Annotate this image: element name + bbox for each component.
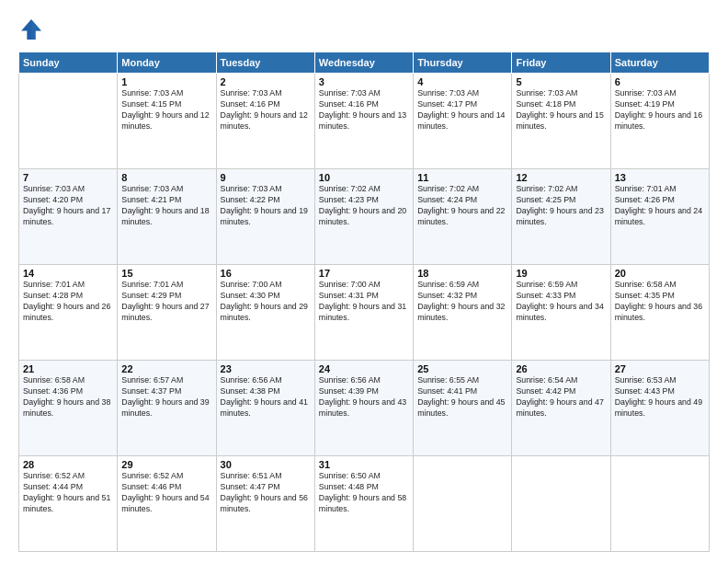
day-cell: 27 Sunrise: 6:53 AMSunset: 4:43 PMDaylig… bbox=[610, 361, 709, 456]
day-number: 4 bbox=[417, 76, 507, 87]
day-cell: 6 Sunrise: 7:03 AMSunset: 4:19 PMDayligh… bbox=[610, 74, 709, 169]
week-row-4: 21 Sunrise: 6:58 AMSunset: 4:36 PMDaylig… bbox=[19, 361, 710, 456]
day-cell: 20 Sunrise: 6:58 AMSunset: 4:35 PMDaylig… bbox=[610, 265, 709, 361]
day-number: 13 bbox=[615, 172, 705, 183]
day-cell: 18 Sunrise: 6:59 AMSunset: 4:32 PMDaylig… bbox=[414, 265, 512, 361]
day-cell: 5 Sunrise: 7:03 AMSunset: 4:18 PMDayligh… bbox=[512, 74, 610, 169]
day-number: 6 bbox=[615, 76, 705, 87]
day-cell: 15 Sunrise: 7:01 AMSunset: 4:29 PMDaylig… bbox=[118, 265, 216, 361]
week-row-1: 1 Sunrise: 7:03 AMSunset: 4:15 PMDayligh… bbox=[19, 74, 710, 169]
day-info: Sunrise: 7:03 AMSunset: 4:16 PMDaylight:… bbox=[319, 88, 409, 132]
day-cell: 10 Sunrise: 7:02 AMSunset: 4:23 PMDaylig… bbox=[314, 169, 413, 265]
day-number: 12 bbox=[516, 172, 606, 183]
col-friday: Friday bbox=[512, 52, 610, 74]
day-number: 15 bbox=[121, 268, 211, 279]
calendar-table: Sunday Monday Tuesday Wednesday Thursday… bbox=[18, 52, 710, 552]
day-cell bbox=[610, 456, 709, 552]
day-cell: 23 Sunrise: 6:56 AMSunset: 4:38 PMDaylig… bbox=[216, 361, 314, 456]
day-number: 29 bbox=[121, 459, 211, 470]
day-cell: 1 Sunrise: 7:03 AMSunset: 4:15 PMDayligh… bbox=[118, 74, 216, 169]
day-number: 25 bbox=[417, 363, 507, 374]
day-cell: 21 Sunrise: 6:58 AMSunset: 4:36 PMDaylig… bbox=[19, 361, 118, 456]
week-row-3: 14 Sunrise: 7:01 AMSunset: 4:28 PMDaylig… bbox=[19, 265, 710, 361]
day-cell: 8 Sunrise: 7:03 AMSunset: 4:21 PMDayligh… bbox=[118, 169, 216, 265]
day-cell: 31 Sunrise: 6:50 AMSunset: 4:48 PMDaylig… bbox=[314, 456, 413, 552]
day-info: Sunrise: 6:52 AMSunset: 4:44 PMDaylight:… bbox=[23, 471, 113, 515]
day-cell: 13 Sunrise: 7:01 AMSunset: 4:26 PMDaylig… bbox=[610, 169, 709, 265]
header-row: Sunday Monday Tuesday Wednesday Thursday… bbox=[19, 52, 710, 74]
day-info: Sunrise: 7:03 AMSunset: 4:16 PMDaylight:… bbox=[221, 88, 311, 132]
day-cell: 4 Sunrise: 7:03 AMSunset: 4:17 PMDayligh… bbox=[414, 74, 512, 169]
day-info: Sunrise: 6:56 AMSunset: 4:39 PMDaylight:… bbox=[319, 375, 409, 419]
col-thursday: Thursday bbox=[414, 52, 512, 74]
day-cell: 22 Sunrise: 6:57 AMSunset: 4:37 PMDaylig… bbox=[118, 361, 216, 456]
day-cell bbox=[414, 456, 512, 552]
day-info: Sunrise: 6:52 AMSunset: 4:46 PMDaylight:… bbox=[121, 471, 211, 515]
day-info: Sunrise: 6:50 AMSunset: 4:48 PMDaylight:… bbox=[319, 471, 409, 515]
day-info: Sunrise: 6:58 AMSunset: 4:35 PMDaylight:… bbox=[615, 280, 705, 324]
svg-marker-1 bbox=[31, 19, 41, 40]
day-number: 27 bbox=[615, 363, 705, 374]
day-cell: 9 Sunrise: 7:03 AMSunset: 4:22 PMDayligh… bbox=[216, 169, 314, 265]
week-row-2: 7 Sunrise: 7:03 AMSunset: 4:20 PMDayligh… bbox=[19, 169, 710, 265]
day-cell bbox=[512, 456, 610, 552]
day-number: 17 bbox=[319, 268, 409, 279]
day-info: Sunrise: 7:01 AMSunset: 4:29 PMDaylight:… bbox=[121, 280, 211, 324]
col-monday: Monday bbox=[118, 52, 216, 74]
day-cell: 17 Sunrise: 7:00 AMSunset: 4:31 PMDaylig… bbox=[314, 265, 413, 361]
day-info: Sunrise: 6:58 AMSunset: 4:36 PMDaylight:… bbox=[23, 375, 113, 419]
day-info: Sunrise: 6:54 AMSunset: 4:42 PMDaylight:… bbox=[516, 375, 606, 419]
day-info: Sunrise: 7:03 AMSunset: 4:17 PMDaylight:… bbox=[417, 88, 507, 132]
day-cell: 30 Sunrise: 6:51 AMSunset: 4:47 PMDaylig… bbox=[216, 456, 314, 552]
day-cell: 16 Sunrise: 7:00 AMSunset: 4:30 PMDaylig… bbox=[216, 265, 314, 361]
day-info: Sunrise: 6:51 AMSunset: 4:47 PMDaylight:… bbox=[221, 471, 311, 515]
day-number: 19 bbox=[516, 268, 606, 279]
day-info: Sunrise: 7:00 AMSunset: 4:31 PMDaylight:… bbox=[319, 280, 409, 324]
week-row-5: 28 Sunrise: 6:52 AMSunset: 4:44 PMDaylig… bbox=[19, 456, 710, 552]
day-number: 11 bbox=[417, 172, 507, 183]
day-info: Sunrise: 6:59 AMSunset: 4:32 PMDaylight:… bbox=[417, 280, 507, 324]
day-info: Sunrise: 6:57 AMSunset: 4:37 PMDaylight:… bbox=[121, 375, 211, 419]
day-info: Sunrise: 7:03 AMSunset: 4:21 PMDaylight:… bbox=[121, 184, 211, 228]
day-cell: 11 Sunrise: 7:02 AMSunset: 4:24 PMDaylig… bbox=[414, 169, 512, 265]
day-cell: 3 Sunrise: 7:03 AMSunset: 4:16 PMDayligh… bbox=[314, 74, 413, 169]
day-info: Sunrise: 7:03 AMSunset: 4:19 PMDaylight:… bbox=[615, 88, 705, 132]
day-info: Sunrise: 7:02 AMSunset: 4:25 PMDaylight:… bbox=[516, 184, 606, 228]
col-wednesday: Wednesday bbox=[314, 52, 413, 74]
header bbox=[18, 17, 710, 42]
day-cell: 12 Sunrise: 7:02 AMSunset: 4:25 PMDaylig… bbox=[512, 169, 610, 265]
calendar-page: Sunday Monday Tuesday Wednesday Thursday… bbox=[0, 0, 728, 563]
day-info: Sunrise: 7:03 AMSunset: 4:18 PMDaylight:… bbox=[516, 88, 606, 132]
day-number: 21 bbox=[23, 363, 113, 374]
day-info: Sunrise: 7:03 AMSunset: 4:15 PMDaylight:… bbox=[121, 88, 211, 132]
day-number: 24 bbox=[319, 363, 409, 374]
day-number: 9 bbox=[221, 172, 311, 183]
day-number: 23 bbox=[221, 363, 311, 374]
col-saturday: Saturday bbox=[610, 52, 709, 74]
day-cell: 25 Sunrise: 6:55 AMSunset: 4:41 PMDaylig… bbox=[414, 361, 512, 456]
day-number: 26 bbox=[516, 363, 606, 374]
day-cell bbox=[19, 74, 118, 169]
day-number: 1 bbox=[121, 76, 211, 87]
logo-icon bbox=[18, 17, 44, 42]
day-number: 8 bbox=[121, 172, 211, 183]
day-number: 30 bbox=[221, 459, 311, 470]
day-info: Sunrise: 6:53 AMSunset: 4:43 PMDaylight:… bbox=[615, 375, 705, 419]
day-info: Sunrise: 7:03 AMSunset: 4:22 PMDaylight:… bbox=[221, 184, 311, 228]
logo bbox=[18, 17, 48, 42]
day-cell: 2 Sunrise: 7:03 AMSunset: 4:16 PMDayligh… bbox=[216, 74, 314, 169]
day-cell: 19 Sunrise: 6:59 AMSunset: 4:33 PMDaylig… bbox=[512, 265, 610, 361]
col-tuesday: Tuesday bbox=[216, 52, 314, 74]
day-cell: 26 Sunrise: 6:54 AMSunset: 4:42 PMDaylig… bbox=[512, 361, 610, 456]
day-number: 16 bbox=[221, 268, 311, 279]
day-cell: 28 Sunrise: 6:52 AMSunset: 4:44 PMDaylig… bbox=[19, 456, 118, 552]
day-info: Sunrise: 7:01 AMSunset: 4:28 PMDaylight:… bbox=[23, 280, 113, 324]
day-number: 28 bbox=[23, 459, 113, 470]
day-cell: 7 Sunrise: 7:03 AMSunset: 4:20 PMDayligh… bbox=[19, 169, 118, 265]
day-number: 14 bbox=[23, 268, 113, 279]
day-number: 7 bbox=[23, 172, 113, 183]
day-info: Sunrise: 7:01 AMSunset: 4:26 PMDaylight:… bbox=[615, 184, 705, 228]
day-number: 2 bbox=[221, 76, 311, 87]
col-sunday: Sunday bbox=[19, 52, 118, 74]
day-number: 3 bbox=[319, 76, 409, 87]
